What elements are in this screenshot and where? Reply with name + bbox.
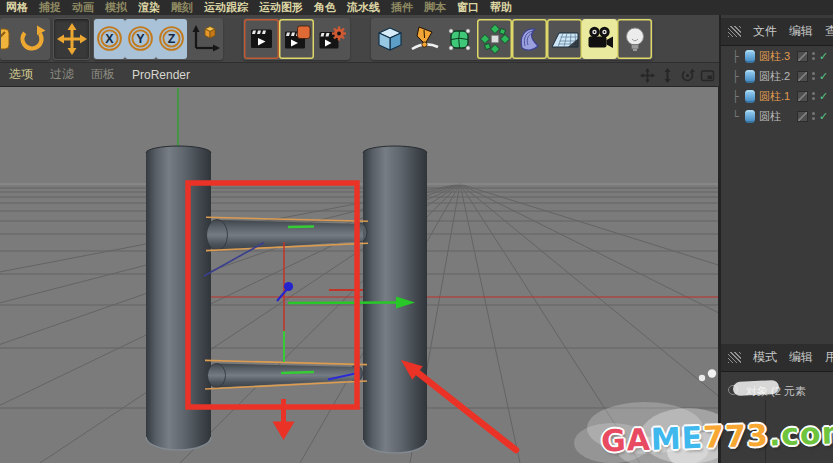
menu-pipeline[interactable]: 流水线 xyxy=(347,0,380,15)
viewport-menubar: 选项 过滤 面板 ProRender xyxy=(0,62,719,87)
menu-render[interactable]: 渲染 xyxy=(138,0,160,15)
viewport-menu-prorender[interactable]: ProRender xyxy=(132,68,190,82)
menu-plugins[interactable]: 插件 xyxy=(391,0,413,15)
lock-y-axis-button[interactable]: Y xyxy=(125,19,156,59)
om-menu-file[interactable]: 文件 xyxy=(753,23,777,40)
menu-window[interactable]: 窗口 xyxy=(457,0,479,15)
viewport-3d[interactable] xyxy=(0,87,719,463)
watermark-smudge xyxy=(733,380,780,396)
object-row[interactable]: └ 圆柱 ✓ xyxy=(721,106,833,126)
object-manager-menubar: 文件 编辑 查看 xyxy=(721,18,833,46)
camera-button[interactable] xyxy=(582,19,617,59)
gizmo-z-handle-knob[interactable] xyxy=(284,282,293,291)
viewport-menu-options[interactable]: 选项 xyxy=(9,66,33,83)
render-settings-icon xyxy=(318,25,346,53)
pan-icon[interactable] xyxy=(639,67,655,83)
cylinder-object-icon xyxy=(745,50,755,63)
am-menu-user[interactable]: 用户 xyxy=(825,349,833,366)
object-label[interactable]: 圆柱.3 xyxy=(759,49,797,64)
layer-toggle-icon[interactable] xyxy=(797,91,808,102)
render-view-button[interactable] xyxy=(244,19,279,59)
deformer-button[interactable] xyxy=(512,19,547,59)
floor-button[interactable] xyxy=(547,19,582,59)
visibility-dots-icon[interactable] xyxy=(812,72,815,80)
coordinate-system-icon xyxy=(189,23,220,54)
menu-character[interactable]: 角色 xyxy=(314,0,336,15)
enabled-check-icon[interactable]: ✓ xyxy=(819,110,833,123)
viewport-menu-filter[interactable]: 过滤 xyxy=(50,66,74,83)
enabled-check-icon[interactable]: ✓ xyxy=(819,90,833,103)
menu-help[interactable]: 帮助 xyxy=(490,0,512,15)
menu-mograph[interactable]: 运动图形 xyxy=(259,0,303,15)
subdivision-surface-icon xyxy=(445,24,475,54)
visibility-dots-icon[interactable] xyxy=(812,52,815,60)
layer-toggle-icon[interactable] xyxy=(797,51,808,62)
watermark-segment: ME xyxy=(650,420,704,457)
subdivision-surface-button[interactable] xyxy=(442,19,477,59)
lock-x-axis-button[interactable]: X xyxy=(94,19,125,59)
selection-tool-button[interactable] xyxy=(1,19,14,59)
object-row[interactable]: ├ 圆柱.2 ✓ xyxy=(721,66,833,86)
menu-sculpt[interactable]: 雕刻 xyxy=(171,0,193,15)
selection-tool-icon xyxy=(1,25,14,53)
object-label[interactable]: 圆柱 xyxy=(759,109,797,124)
orbit-icon[interactable] xyxy=(679,67,695,83)
gizmo-green-arrow-shaft[interactable] xyxy=(288,303,396,304)
dolly-icon[interactable] xyxy=(659,67,675,83)
layer-toggle-icon[interactable] xyxy=(797,111,808,122)
menu-mesh[interactable]: 网格 xyxy=(6,0,28,15)
tree-branch-icon: ├ xyxy=(732,70,745,83)
render-view-icon xyxy=(248,25,276,53)
enabled-check-icon[interactable]: ✓ xyxy=(819,70,833,83)
visibility-dots-icon[interactable] xyxy=(812,112,815,120)
mograph-cloner-button[interactable] xyxy=(477,19,512,59)
app-window: 网格 捕捉 动画 模拟 渲染 雕刻 运动跟踪 运动图形 角色 流水线 插件 脚本… xyxy=(0,0,833,463)
camera-icon xyxy=(585,24,615,54)
om-menu-edit[interactable]: 编辑 xyxy=(789,23,813,40)
render-to-picture-viewer-button[interactable] xyxy=(279,19,314,59)
layer-toggle-icon[interactable] xyxy=(797,71,808,82)
lock-z-axis-button[interactable]: Z xyxy=(156,19,187,59)
tree-branch-icon: ├ xyxy=(732,90,745,103)
viewport-nav-icons xyxy=(639,67,715,83)
visibility-dots-icon[interactable] xyxy=(812,92,815,100)
scene-svg xyxy=(0,87,719,463)
rotate-tool-button[interactable] xyxy=(14,19,49,59)
om-menu-view[interactable]: 查看 xyxy=(825,23,833,40)
object-row[interactable]: ├ 圆柱.3 ✓ xyxy=(721,46,833,66)
edit-render-settings-button[interactable] xyxy=(314,19,349,59)
menu-motion-tracker[interactable]: 运动跟踪 xyxy=(204,0,248,15)
gizmo-y-tick-top xyxy=(288,227,314,228)
menu-snap[interactable]: 捕捉 xyxy=(39,0,61,15)
svg-text:Z: Z xyxy=(168,32,176,46)
deformer-icon xyxy=(515,24,545,54)
object-list: ├ 圆柱.3 ✓ ├ 圆柱.2 ✓ ├ 圆柱.1 ✓ xyxy=(721,46,833,126)
maximize-icon[interactable] xyxy=(699,67,715,83)
cylinder-object-icon xyxy=(745,90,755,103)
menu-simulate[interactable]: 模拟 xyxy=(105,0,127,15)
am-menu-edit[interactable]: 编辑 xyxy=(789,349,813,366)
object-label[interactable]: 圆柱.1 xyxy=(759,89,797,104)
spline-pen-button[interactable] xyxy=(407,19,442,59)
right-panel: 文件 编辑 查看 ├ 圆柱.3 ✓ ├ 圆柱.2 ✓ ├ xyxy=(719,15,833,463)
rotate-tool-icon xyxy=(17,23,47,55)
panel-grip-icon[interactable] xyxy=(728,26,741,37)
panel-grip-icon[interactable] xyxy=(728,352,741,363)
spline-pen-icon xyxy=(410,24,440,54)
object-row[interactable]: ├ 圆柱.1 ✓ xyxy=(721,86,833,106)
toolbar: X Y Z xyxy=(0,15,719,62)
cylinder-right[interactable] xyxy=(363,146,427,453)
enabled-check-icon[interactable]: ✓ xyxy=(819,50,833,63)
coordinate-system-button[interactable] xyxy=(187,19,222,59)
menu-animate[interactable]: 动画 xyxy=(72,0,94,15)
object-label[interactable]: 圆柱.2 xyxy=(759,69,797,84)
viewport-menu-panel[interactable]: 面板 xyxy=(91,66,115,83)
gizmo-y-tick-bottom xyxy=(281,372,314,373)
menu-script[interactable]: 脚本 xyxy=(424,0,446,15)
light-button[interactable] xyxy=(617,19,652,59)
am-menu-mode[interactable]: 模式 xyxy=(753,349,777,366)
object-manager-empty-area[interactable] xyxy=(721,126,833,341)
attribute-manager-menubar: 模式 编辑 用户 xyxy=(721,344,833,372)
add-cube-button[interactable] xyxy=(372,19,407,59)
move-tool-button[interactable] xyxy=(54,19,89,59)
